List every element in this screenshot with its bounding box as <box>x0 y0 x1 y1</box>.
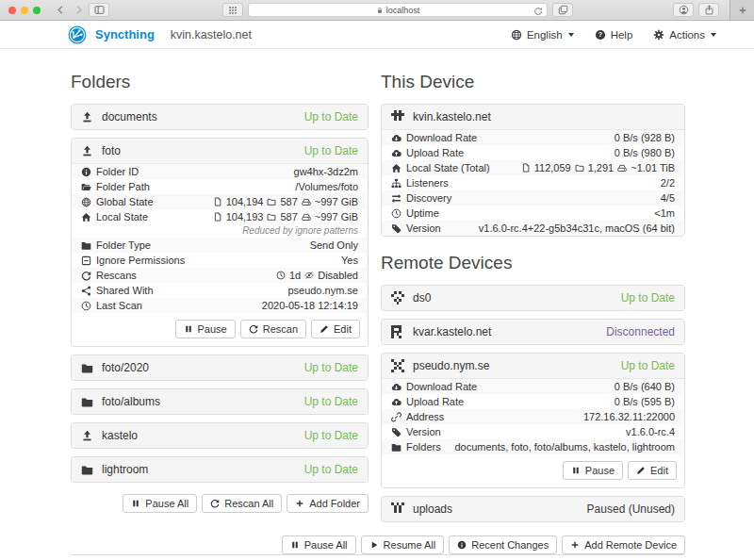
version-row: Version v1.6.0-rc.4 <box>382 424 684 439</box>
file-icon <box>521 163 531 173</box>
rescan-folder-button[interactable]: Rescan <box>240 320 306 338</box>
folder-header-documents[interactable]: documents Up to Date <box>72 105 368 129</box>
status-badge: Up to Date <box>621 291 675 305</box>
local-state-row: Local State 104,193 587 ~997 GiB Reduced… <box>72 209 368 238</box>
local-device-name: kvin.kastelo.net <box>171 28 252 41</box>
pencil-icon <box>636 466 646 475</box>
uptime-row: Uptime <1m <box>382 206 684 221</box>
edit-folder-button[interactable]: Edit <box>311 320 360 338</box>
actions-menu[interactable]: Actions <box>653 29 716 41</box>
rescan-all-button[interactable]: Rescan All <box>202 494 282 513</box>
globe-icon <box>511 29 522 41</box>
app-navbar: Syncthing kvin.kastelo.net English Help … <box>0 21 754 49</box>
folder-header-lightroom[interactable]: lightroom Up to Date <box>72 457 368 482</box>
play-icon <box>369 540 379 550</box>
folders-heading: Folders <box>71 72 369 92</box>
upload-icon <box>81 430 93 442</box>
device-header-kvar[interactable]: kvar.kastelo.net Disconnected <box>382 320 684 344</box>
upload-icon <box>81 145 93 157</box>
globe-icon <box>81 197 91 207</box>
device-identicon <box>391 502 404 516</box>
folder-icon <box>81 464 93 476</box>
caret-down-icon <box>711 33 716 37</box>
pause-device-button[interactable]: Pause <box>563 461 623 480</box>
folder-panel-fotoalbums: foto/albums Up to Date <box>71 388 369 415</box>
folder-icon <box>81 240 91 251</box>
url-text: localhost <box>386 6 420 15</box>
folder-path-row: Folder Path /Volumes/foto <box>72 179 368 194</box>
device-identicon <box>391 110 404 124</box>
help-menu[interactable]: Help <box>595 29 633 41</box>
this-device-heading: This Device <box>381 72 685 92</box>
folder-type-row: Folder Type Send Only <box>72 238 368 253</box>
address-bar[interactable]: localhost <box>248 3 548 17</box>
info-icon <box>457 540 467 550</box>
window-close-button[interactable] <box>8 7 16 14</box>
folder-icon <box>575 163 584 173</box>
folder-header-foto[interactable]: foto Up to Date <box>72 139 368 163</box>
download-rate-row: Download Rate 0 B/s (640 B) <box>382 379 684 394</box>
remote-devices-heading: Remote Devices <box>381 253 685 273</box>
profile-button[interactable] <box>673 3 694 17</box>
cloud-upload-icon <box>391 148 402 158</box>
folders-row: Folders documents, foto, foto/albums, ka… <box>382 439 684 454</box>
ignore-permissions-row: Ignore Permissions Yes <box>72 253 368 268</box>
reload-icon[interactable] <box>533 7 543 16</box>
language-menu[interactable]: English <box>511 29 574 41</box>
hdd-icon <box>617 163 627 173</box>
discovery-row: Discovery 4/5 <box>382 190 684 206</box>
browser-chrome: localhost <box>0 0 754 21</box>
info-icon <box>81 167 91 177</box>
folder-panel-foto2020: foto/2020 Up to Date <box>71 354 369 381</box>
edit-device-button[interactable]: Edit <box>628 461 677 480</box>
device-identicon <box>391 359 404 372</box>
pause-all-devices-button[interactable]: Pause All <box>282 535 356 554</box>
folder-header-kastelo[interactable]: kastelo Up to Date <box>72 423 368 448</box>
this-device-header[interactable]: kvin.kastelo.net <box>382 105 684 129</box>
favorites-grid-button[interactable] <box>222 3 243 17</box>
syncthing-logo <box>68 25 87 44</box>
device-header-pseudo[interactable]: pseudo.nym.se Up to Date <box>382 354 684 378</box>
share-icon <box>81 286 91 296</box>
folder-icon <box>81 362 93 374</box>
device-name: kvar.kastelo.net <box>413 325 491 338</box>
resume-all-button[interactable]: Resume All <box>361 535 445 554</box>
device-identicon <box>391 325 404 338</box>
minus-square-icon <box>81 255 91 266</box>
address-row: Address 172.16.32.11:22000 <box>382 409 684 424</box>
brand-name: Syncthing <box>95 27 155 41</box>
browser-back-icon[interactable] <box>56 5 66 15</box>
new-tab-button[interactable] <box>729 0 754 20</box>
tab-overview-button[interactable] <box>552 3 573 17</box>
folder-panel-documents: documents Up to Date <box>71 104 369 130</box>
browser-forward-icon[interactable] <box>74 5 84 15</box>
folder-name: kastelo <box>102 429 138 442</box>
status-badge: Up to Date <box>304 463 358 476</box>
pencil-icon <box>320 324 329 334</box>
question-icon <box>595 29 606 41</box>
add-remote-device-button[interactable]: Add Remote Device <box>562 535 685 554</box>
folder-icon <box>267 212 276 222</box>
pause-folder-button[interactable]: Pause <box>175 320 236 338</box>
clock-icon <box>391 208 402 219</box>
clock-icon <box>81 301 91 311</box>
pause-icon <box>184 324 193 334</box>
recent-changes-button[interactable]: Recent Changes <box>449 535 557 554</box>
sidebar-toggle-button[interactable] <box>89 3 109 17</box>
folder-header-fotoalbums[interactable]: foto/albums Up to Date <box>72 389 368 414</box>
share-button[interactable] <box>698 3 719 17</box>
cloud-download-icon <box>391 382 402 392</box>
device-header-uploads[interactable]: uploads Paused (Unused) <box>382 497 684 521</box>
file-icon <box>213 212 222 222</box>
device-header-ds0[interactable]: ds0 Up to Date <box>382 286 684 310</box>
add-folder-button[interactable]: Add Folder <box>287 494 369 513</box>
pause-icon <box>571 466 581 475</box>
folder-header-foto2020[interactable]: foto/2020 Up to Date <box>72 355 368 380</box>
shared-with-row: Shared With pseudo.nym.se <box>72 283 368 298</box>
home-icon <box>391 163 402 173</box>
window-zoom-button[interactable] <box>33 7 41 14</box>
pause-all-folders-button[interactable]: Pause All <box>123 494 197 513</box>
device-panel-pseudo: pseudo.nym.se Up to Date Download Rate 0… <box>381 353 685 488</box>
window-minimize-button[interactable] <box>21 7 28 14</box>
status-badge: Up to Date <box>304 429 358 442</box>
